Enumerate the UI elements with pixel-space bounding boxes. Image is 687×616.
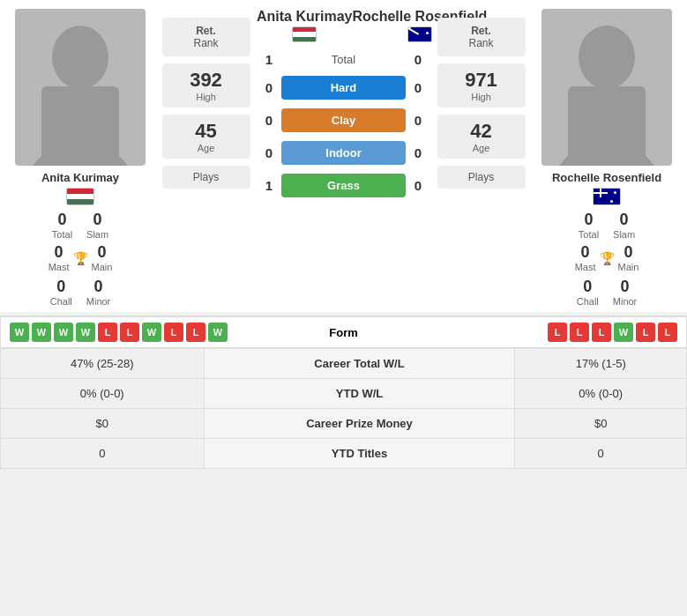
table-row: $0Career Prize Money$0 <box>1 409 687 439</box>
right-chall-stat: 0 Chall <box>577 278 599 307</box>
right-player-name: Rochelle Rosenfield <box>552 171 661 184</box>
left-total-value: 0 <box>57 211 66 229</box>
clay-surface-row: 0 Clay 0 <box>257 108 430 132</box>
table-row: 47% (25-28)Career Total W/L17% (1-5) <box>1 349 687 379</box>
clay-right-score: 0 <box>406 113 430 128</box>
right-high-rank-box: 971 High <box>437 63 526 108</box>
table-row: 0YTD Titles0 <box>1 439 687 469</box>
left-chall-label: Chall <box>50 296 72 307</box>
clay-btn: Clay <box>281 108 406 132</box>
form-row: WWWWLLWLLW Form LLLWLL <box>0 316 687 348</box>
left-stat-value: 0% (0-0) <box>1 379 205 409</box>
clay-left-score: 0 <box>257 113 281 128</box>
right-form-badges: LLLWLL <box>432 323 678 342</box>
indoor-btn: Indoor <box>281 141 406 165</box>
grass-btn: Grass <box>281 174 406 197</box>
right-stat-value: 0% (0-0) <box>515 379 687 409</box>
left-mast-label: Mast <box>49 262 70 272</box>
right-plays-label: Plays <box>443 171 520 183</box>
right-age-label: Age <box>443 143 520 153</box>
left-high-rank-box: 392 High <box>162 63 250 108</box>
total-surface-row: 1 Total 0 <box>257 52 430 67</box>
left-high-rank-value: 392 <box>168 69 245 92</box>
left-stat-value: 47% (25-28) <box>1 349 205 379</box>
svg-rect-1 <box>41 86 119 166</box>
total-left-score: 1 <box>257 52 281 67</box>
left-slam-label: Slam <box>86 229 108 240</box>
right-stats-row1: 0 Total 0 Slam <box>579 211 635 240</box>
left-main-stat: 0 Main <box>92 243 113 272</box>
left-form-badge: L <box>164 323 183 342</box>
left-form-badges: WWWWLLWLLW <box>10 323 256 342</box>
left-mast-stat: 0 Mast <box>49 243 70 272</box>
indoor-right-score: 0 <box>406 145 430 160</box>
right-form-badge: L <box>548 323 567 342</box>
right-main-stat: 0 Main <box>618 243 639 272</box>
right-ret-value: Ret. <box>443 25 520 37</box>
right-form-badge: L <box>570 323 589 342</box>
right-trophy-icon: 🏆 <box>600 251 615 265</box>
left-stats-row2: 0 Mast 🏆 0 Main <box>49 243 113 272</box>
grass-left-score: 1 <box>257 178 281 193</box>
left-name-header-block: Anita Kurimay <box>257 9 352 42</box>
right-high-rank-value: 971 <box>443 69 520 92</box>
left-form-badge: W <box>10 323 29 342</box>
left-player-avatar <box>15 9 146 166</box>
hard-surface-row: 0 Hard 0 <box>257 76 430 100</box>
left-minor-label: Minor <box>86 296 111 307</box>
right-slam-value: 0 <box>620 211 629 229</box>
left-player-top-name: Anita Kurimay <box>257 9 352 25</box>
left-form-badge: W <box>54 323 73 342</box>
left-trophy-icon: 🏆 <box>73 251 88 265</box>
right-stats-row3: 0 Chall 0 Minor <box>577 278 638 307</box>
stat-center-label: Career Total W/L <box>204 349 515 379</box>
right-mast-value: 0 <box>581 243 590 262</box>
right-player-avatar <box>541 9 672 166</box>
left-form-badge: L <box>186 323 205 342</box>
right-rank-label: Rank <box>443 37 520 49</box>
stats-table: 47% (25-28)Career Total W/L17% (1-5)0% (… <box>0 348 687 469</box>
hard-surface-btn[interactable]: Hard <box>281 76 406 100</box>
hard-btn: Hard <box>281 76 406 100</box>
left-rank-label: Rank <box>168 37 245 49</box>
left-flag <box>66 188 94 205</box>
right-main-label: Main <box>618 262 639 272</box>
left-age-label: Age <box>168 143 245 153</box>
right-slam-stat: 0 Slam <box>613 211 635 240</box>
left-player-panel: Anita Kurimay 0 Total 0 Slam 0 Mast <box>5 9 155 307</box>
right-flag <box>593 188 621 205</box>
indoor-surface-row: 0 Indoor 0 <box>257 141 430 165</box>
left-stat-value: 0 <box>1 439 205 469</box>
left-total-label: Total <box>52 229 72 240</box>
right-mast-stat: 0 Mast <box>575 243 596 272</box>
stat-center-label: YTD Titles <box>204 439 515 469</box>
clay-surface-btn[interactable]: Clay <box>281 108 406 132</box>
right-minor-stat: 0 Minor <box>613 278 638 307</box>
left-minor-value: 0 <box>94 278 103 296</box>
stat-center-label: YTD W/L <box>204 379 515 409</box>
hard-right-score: 0 <box>406 80 430 95</box>
left-main-value: 0 <box>97 243 106 262</box>
page-layout: Anita Kurimay 0 Total 0 Slam 0 Mast <box>0 0 687 469</box>
left-form-badge: W <box>208 323 228 342</box>
left-age-box: 45 Age <box>162 115 250 159</box>
right-main-value: 0 <box>624 243 632 262</box>
left-chall-stat: 0 Chall <box>50 278 72 307</box>
right-stats-row2: 0 Mast 🏆 0 Main <box>575 243 639 272</box>
indoor-surface-btn[interactable]: Indoor <box>281 141 406 165</box>
right-total-value: 0 <box>584 211 593 229</box>
left-form-badge: W <box>142 323 161 342</box>
svg-point-2 <box>579 26 635 89</box>
right-player-panel: Rochelle Rosenfield 0 Total <box>532 9 682 307</box>
left-mast-value: 0 <box>55 243 63 262</box>
total-right-score: 0 <box>406 52 430 67</box>
left-form-badge: L <box>98 323 117 342</box>
right-middle-panel: Ret. Rank 971 High 42 Age Plays <box>430 9 532 307</box>
grass-surface-btn[interactable]: Grass <box>281 174 406 197</box>
right-age-box: 42 Age <box>437 115 526 159</box>
right-stat-value: 0 <box>515 439 687 469</box>
right-total-stat: 0 Total <box>579 211 599 240</box>
player-names-row: Anita Kurimay Rochelle Rosenfield <box>257 9 430 48</box>
right-slam-label: Slam <box>613 229 635 240</box>
right-chall-value: 0 <box>583 278 592 296</box>
